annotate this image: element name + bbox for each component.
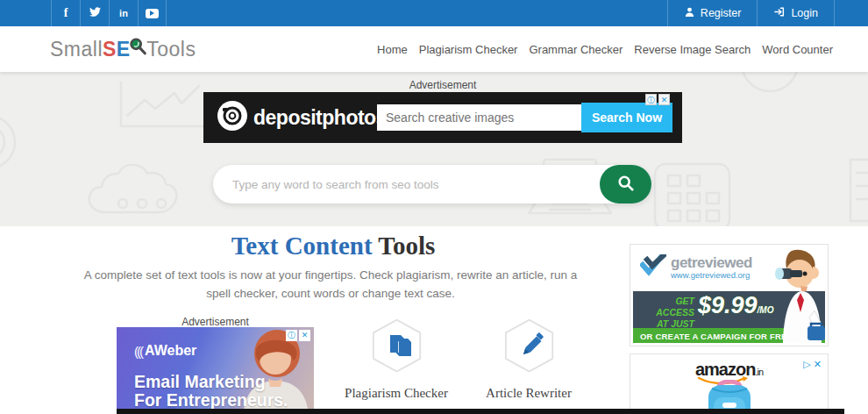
seo-tools-search-input[interactable] [232, 178, 600, 191]
main-menu: Home Plagiarism Checker Grammar Checker … [377, 43, 833, 56]
menu-item-plagiarism-checker[interactable]: Plagiarism Checker [419, 43, 518, 56]
aweber-logo-icon: ((( [134, 344, 142, 359]
social-links: f in [51, 0, 167, 26]
register-label: Register [701, 7, 742, 19]
tool-plagiarism-checker[interactable]: Plagiarism Checker [331, 319, 462, 401]
menu-item-reverse-image-search[interactable]: Reverse Image Search [634, 43, 751, 56]
getreviewed-access-line1: GET ACCESS [640, 296, 694, 318]
bottom-ad-strip [117, 409, 844, 414]
logo-text-small: Small [50, 38, 103, 61]
user-icon [684, 6, 695, 21]
aweber-headline-line2: For Entrepreneurs. [134, 391, 288, 409]
getreviewed-mascot [762, 249, 825, 343]
login-icon [773, 6, 786, 20]
amazon-logo: amazon.in [633, 357, 825, 380]
target-doodle-icon [0, 107, 19, 181]
page: f in Register [0, 0, 868, 414]
depositphotos-brand-text: depositphotos [253, 106, 387, 130]
ad-search-now-button[interactable]: Search Now [581, 103, 672, 132]
logo-text-tools: Tools [146, 38, 196, 61]
hero-section: Advertisement depositphotos Search Now ⓘ… [0, 72, 868, 226]
aweber-headline: Email Marketing For Entrepreneurs. [134, 373, 288, 409]
ad-info-icon[interactable]: ⓘ [286, 330, 297, 341]
site-logo[interactable]: SmallSE Tools [50, 36, 196, 62]
menu-item-word-counter[interactable]: Word Counter [762, 43, 833, 56]
hexagon-badge [500, 319, 558, 375]
facebook-link[interactable]: f [51, 0, 80, 26]
login-button[interactable]: Login [757, 0, 835, 26]
seo-tools-search-button[interactable] [600, 165, 651, 203]
tool-label: Plagiarism Checker [331, 386, 462, 401]
cloud-doodle-icon [83, 164, 197, 226]
getreviewed-access-line2: AT JUST [640, 318, 694, 330]
page-title-rest: Tools [373, 232, 436, 260]
depositphotos-ad-banner[interactable]: depositphotos Search Now ⓘ ✕ [203, 92, 682, 143]
logo-letter-e: E [117, 38, 129, 61]
ad-close-icon[interactable]: ✕ [299, 330, 310, 341]
menu-item-home[interactable]: Home [377, 43, 408, 56]
login-label: Login [791, 7, 818, 19]
amazon-ad[interactable]: amazon.in ▷ ✕ [630, 353, 829, 414]
linkedin-icon: in [119, 8, 128, 18]
hexagon-badge [367, 319, 425, 375]
getreviewed-price: $9.99 [698, 292, 758, 318]
amazon-brand-text: amazon.in [695, 360, 763, 380]
main-advertisement-label: Advertisement [117, 316, 314, 328]
main-navbar: SmallSE Tools Home Plagiarism Checker Gr… [0, 26, 868, 72]
search-icon [617, 175, 635, 195]
getreviewed-brand-text: getreviewed [671, 254, 752, 272]
adchoices-icon[interactable]: ▷ [803, 359, 810, 370]
chart-doodle-icon [114, 81, 215, 137]
amazon-ad-controls: ▷ ✕ [803, 359, 822, 370]
ad-close-icon[interactable]: ✕ [658, 94, 670, 105]
page-subtitle: A complete set of text tools is now at y… [76, 267, 585, 303]
calculator-doodle-icon [651, 160, 734, 226]
amazon-product-image [701, 380, 758, 410]
seo-tools-search-bar [213, 165, 651, 203]
aweber-headline-line1: Email Marketing [134, 373, 288, 391]
logo-letter-s: S [103, 38, 117, 61]
document-doodle-icon [846, 155, 868, 226]
aweber-ad-banner[interactable]: ((( AWeber Email Marketing For Entrepren… [117, 327, 314, 409]
twitter-link[interactable] [80, 0, 109, 26]
ad-choices-controls: ⓘ ✕ [645, 94, 670, 105]
amazon-tld: .in [755, 367, 763, 377]
page-title: Text Content Tools [53, 232, 614, 261]
getreviewed-ad[interactable]: getreviewed www.getreviewed.org GET ACCE… [630, 244, 829, 346]
aweber-ad-controls: ⓘ ✕ [286, 330, 310, 341]
aweber-logo: ((( AWeber [134, 343, 196, 359]
youtube-link[interactable] [138, 0, 167, 26]
top-bar: f in Register [0, 0, 868, 26]
getreviewed-url: www.getreviewed.org [671, 270, 752, 280]
page-title-accent: Text Content [231, 232, 373, 260]
tool-label: Article Rewriter [463, 386, 594, 401]
aweber-brand-text: AWeber [145, 343, 196, 359]
magnifier-logo-icon [129, 36, 146, 62]
ad-close-icon[interactable]: ✕ [814, 359, 822, 370]
depositphotos-logo: depositphotos [217, 100, 387, 135]
ad-info-icon[interactable]: ⓘ [645, 94, 657, 105]
ad-image-search-input[interactable] [377, 104, 581, 131]
twitter-icon [89, 5, 101, 21]
tool-article-rewriter[interactable]: Article Rewriter [463, 319, 594, 401]
register-button[interactable]: Register [667, 0, 758, 26]
circle-doodle-icon [735, 72, 805, 111]
hero-advertisement-label: Advertisement [203, 79, 682, 91]
linkedin-link[interactable]: in [109, 0, 138, 26]
auth-links: Register Login [667, 0, 835, 26]
youtube-icon [146, 9, 159, 18]
camera-icon [217, 100, 248, 135]
facebook-icon: f [64, 6, 68, 20]
getreviewed-logo-icon [640, 254, 666, 281]
menu-item-grammar-checker[interactable]: Grammar Checker [529, 43, 623, 56]
